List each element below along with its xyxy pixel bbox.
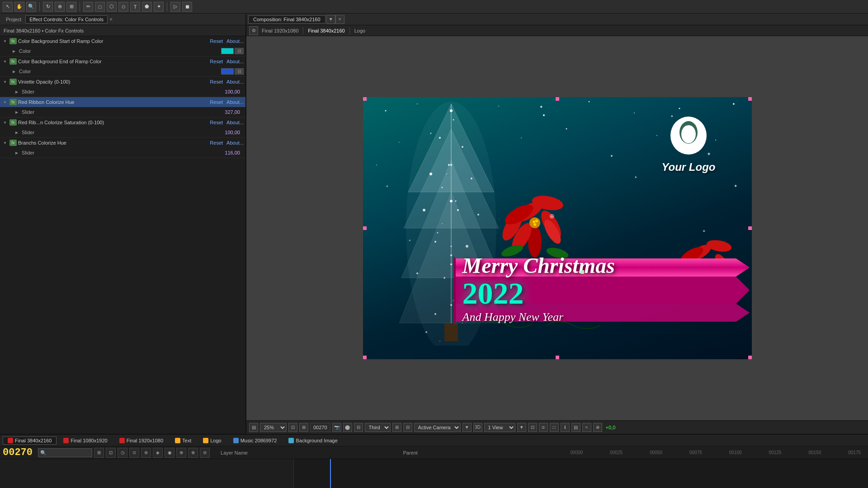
- chain-icon-2[interactable]: ⛓: [235, 68, 244, 75]
- effect-reset-5[interactable]: Reset: [210, 120, 223, 125]
- transform-handle[interactable]: [580, 270, 584, 274]
- anchor-bottom-left[interactable]: [363, 356, 367, 359]
- effect-about-5[interactable]: About...: [226, 120, 244, 125]
- toggle-1[interactable]: ▼: [2, 38, 8, 44]
- view-down-btn[interactable]: ▼: [517, 423, 526, 432]
- brush-tool[interactable]: ⬡: [107, 2, 117, 12]
- grid-btn[interactable]: ⊞: [392, 423, 401, 432]
- playhead[interactable]: [330, 459, 331, 488]
- comp-tab-main[interactable]: Composition: Final 3840x2160: [248, 15, 326, 23]
- zoom-select[interactable]: 25% 50% 100%: [260, 423, 287, 432]
- puppet-tool[interactable]: ✦: [154, 2, 164, 12]
- comp-view-logo[interactable]: Logo: [353, 28, 367, 34]
- tab-effect-controls[interactable]: Effect Controls: Color Fx Controls: [25, 15, 108, 23]
- slider-value-4[interactable]: 327,00: [225, 109, 240, 115]
- timeline-btn-7[interactable]: ◉: [165, 448, 175, 458]
- camera-tool[interactable]: ⊕: [55, 2, 65, 12]
- sub-toggle-1[interactable]: ▶: [11, 48, 17, 54]
- effect-about-6[interactable]: About...: [226, 140, 244, 145]
- text-tool[interactable]: T: [130, 2, 140, 12]
- snap-btn[interactable]: ⊕: [593, 423, 602, 432]
- comp-settings-btn[interactable]: ⚙: [249, 26, 258, 35]
- effect-about-3[interactable]: About...: [226, 79, 244, 84]
- comp-view-3840[interactable]: Final 3840x2160: [306, 28, 346, 34]
- color-swatch-1[interactable]: [221, 48, 234, 54]
- comp-icon-btn[interactable]: ▤: [249, 423, 258, 432]
- motion-btn[interactable]: ≈: [582, 423, 591, 432]
- pan-tool[interactable]: ⊞: [66, 2, 76, 12]
- toggle-3[interactable]: ▼: [2, 79, 8, 85]
- anchor-mid-right[interactable]: [748, 226, 752, 230]
- chain-icon-1[interactable]: ⛓: [235, 48, 244, 54]
- anchor-top-left[interactable]: [363, 97, 367, 101]
- timecode-display[interactable]: 00270: [310, 423, 330, 432]
- effect-reset-3[interactable]: Reset: [210, 79, 223, 84]
- toggle-5[interactable]: ▼: [2, 119, 8, 126]
- anchor-bottom-right[interactable]: [748, 356, 752, 359]
- render-btn[interactable]: ⊡: [528, 423, 537, 432]
- toggle-6[interactable]: ▼: [2, 140, 8, 146]
- effect-reset-6[interactable]: Reset: [210, 140, 223, 145]
- fit2-btn[interactable]: ⊞: [299, 423, 308, 432]
- comp-tab-dropdown[interactable]: ▼: [326, 15, 335, 24]
- effect-header-3[interactable]: ▼ fx Viniette Opacity (0-100) Reset Abou…: [0, 77, 245, 87]
- timeline-btn-2[interactable]: ⊡: [106, 448, 116, 458]
- camera-down-btn[interactable]: ▼: [462, 423, 472, 432]
- timeline-btn-8[interactable]: ⊕: [176, 448, 186, 458]
- tab-music[interactable]: Music 20869972: [228, 436, 282, 445]
- effect-about-1[interactable]: About...: [226, 38, 244, 44]
- effect-about-2[interactable]: About...: [226, 59, 244, 64]
- layer-search-input[interactable]: [38, 448, 92, 457]
- effect-header-5[interactable]: ▼ fx Red Rib...n Colorize Saturation (0-…: [0, 117, 245, 127]
- tab-close[interactable]: ×: [109, 16, 113, 23]
- pen-tool[interactable]: ✏: [83, 2, 93, 12]
- shape-tool[interactable]: □: [95, 2, 105, 12]
- effect-header-6[interactable]: ▼ fx Branchs Colorize Hue Reset About...: [0, 138, 245, 148]
- tab-bgimage[interactable]: Background Image: [283, 436, 342, 445]
- third-select[interactable]: Third None: [365, 423, 391, 432]
- view-mode-select[interactable]: 1 View 2 Views 4 Views: [484, 423, 515, 432]
- effect-reset-1[interactable]: Reset: [210, 38, 223, 44]
- comp-tab-close[interactable]: ×: [335, 15, 344, 24]
- tab-final-3840[interactable]: Final 3840x2160: [3, 436, 57, 445]
- zoom-tool[interactable]: 🔍: [26, 2, 36, 12]
- stop-btn[interactable]: ◼: [182, 2, 192, 12]
- tab-final-1920[interactable]: Final 868x488: [114, 436, 168, 445]
- slider-value-3[interactable]: 100,00: [225, 89, 240, 94]
- select-tool[interactable]: ↖: [3, 2, 13, 12]
- eraser-tool[interactable]: ◇: [118, 2, 128, 12]
- anchor-top-right[interactable]: [748, 97, 752, 101]
- tab-final-1080[interactable]: Final 488x868: [58, 436, 112, 445]
- mask-btn[interactable]: ⊟: [354, 423, 363, 432]
- preview-btn[interactable]: ▤: [571, 423, 580, 432]
- toggle-4[interactable]: ▼: [2, 99, 8, 105]
- effect-about-4[interactable]: About...: [226, 99, 244, 105]
- play-btn[interactable]: ▷: [170, 2, 180, 12]
- anchor-top-mid[interactable]: [556, 97, 559, 101]
- timeline-btn-4[interactable]: ⊙: [129, 448, 139, 458]
- info-btn[interactable]: ℹ: [561, 423, 570, 432]
- tab-project[interactable]: Project: [2, 15, 25, 23]
- roto-tool[interactable]: ⬟: [142, 2, 152, 12]
- 3d-btn[interactable]: 3D: [473, 423, 482, 432]
- timeline-btn-6[interactable]: ◈: [153, 448, 163, 458]
- effect-reset-2[interactable]: Reset: [210, 59, 223, 64]
- comp-view-1920[interactable]: Final 868x488: [260, 28, 300, 34]
- color-swatch-2[interactable]: [221, 68, 234, 75]
- hand-tool[interactable]: ✋: [14, 2, 24, 12]
- anchor-mid-left[interactable]: [363, 226, 367, 230]
- slider-toggle-3[interactable]: ▶: [14, 89, 20, 95]
- effect-header-4[interactable]: ▼ fx Red Ribbon Colorize Hue Reset About…: [0, 97, 245, 107]
- timeline-btn-1[interactable]: ⊞: [94, 448, 104, 458]
- timeline-btn-10[interactable]: ⊘: [200, 448, 210, 458]
- color-btn[interactable]: ⬤: [343, 423, 352, 432]
- fit-btn[interactable]: ⊡: [288, 423, 297, 432]
- effect-header-2[interactable]: ▼ fx Color Background End of Ramp Color …: [0, 56, 245, 66]
- rotation-tool[interactable]: ↻: [43, 2, 53, 12]
- anchor-bottom-mid[interactable]: [556, 356, 559, 359]
- tab-text[interactable]: Text: [170, 436, 196, 445]
- camera-icon-btn[interactable]: 📷: [332, 423, 341, 432]
- slider-value-5[interactable]: 100,00: [225, 130, 240, 135]
- camera-select[interactable]: Active Camera: [414, 423, 461, 432]
- slider-value-6[interactable]: 116,00: [225, 150, 240, 155]
